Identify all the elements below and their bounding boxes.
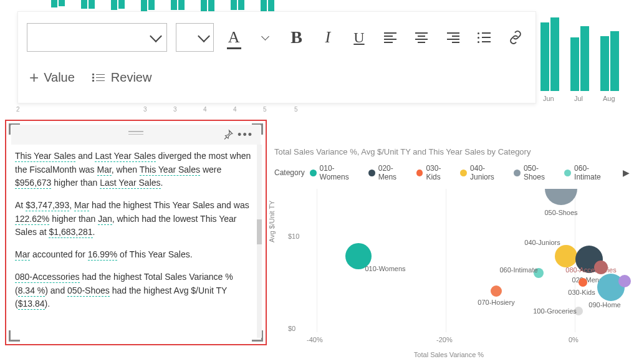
align-center-button[interactable] bbox=[410, 25, 433, 50]
x-axis-label: Total Sales Variance % bbox=[414, 351, 484, 358]
bubble-chart[interactable]: Total Sales Variance %, Avg $/Unit TY an… bbox=[274, 147, 630, 354]
underline-button[interactable]: U bbox=[348, 25, 370, 50]
bold-button[interactable]: B bbox=[285, 25, 307, 50]
narrative-text[interactable]: This Year Sales and Last Year Sales dive… bbox=[6, 145, 266, 340]
italic-icon: I bbox=[325, 28, 330, 47]
font-family-select[interactable] bbox=[27, 23, 167, 52]
pin-icon[interactable] bbox=[223, 129, 234, 140]
font-color-button[interactable]: A bbox=[223, 25, 245, 50]
narrative-paragraph: Mar accounted for 16.99% of This Year Sa… bbox=[15, 248, 254, 262]
y-axis-label: Avg $/Unit TY bbox=[268, 201, 276, 242]
font-color-dropdown[interactable] bbox=[254, 25, 276, 50]
month-label: Jun bbox=[543, 95, 554, 102]
month-label: Jul bbox=[574, 95, 583, 102]
link-icon bbox=[507, 29, 524, 46]
chart-plot-area[interactable]: Avg $/Unit TY Total Sales Variance % $10… bbox=[274, 189, 623, 346]
add-value-button[interactable]: + Value bbox=[29, 68, 75, 87]
hyperlink-button[interactable] bbox=[504, 25, 527, 50]
bubble-label: 050-Shoes bbox=[544, 209, 577, 216]
bubble-030-kids[interactable] bbox=[579, 278, 587, 287]
month-label: Aug bbox=[603, 95, 615, 102]
legend-label: Category bbox=[274, 168, 305, 177]
bubble-label: 060-Intimate bbox=[499, 266, 537, 274]
bold-icon: B bbox=[291, 27, 302, 47]
x-tick: -20% bbox=[436, 336, 453, 343]
legend-swatch bbox=[514, 170, 521, 176]
bubble-label: 010-Womens bbox=[365, 265, 405, 272]
bullet-list-button[interactable] bbox=[473, 25, 496, 50]
italic-button[interactable]: I bbox=[317, 25, 339, 50]
bubble-040-juniors[interactable] bbox=[555, 245, 577, 267]
bubble-label: 100-Groceries bbox=[533, 307, 577, 315]
legend-swatch bbox=[564, 170, 571, 176]
bubble-misc[interactable] bbox=[618, 275, 631, 287]
legend-item[interactable]: 060-Intimate bbox=[564, 164, 615, 181]
narrative-paragraph: 080-Accessories had the highest Total Sa… bbox=[15, 271, 254, 311]
chart-legend: Category 010-Womens 020-Mens 030-Kids 04… bbox=[274, 164, 630, 181]
plus-icon: + bbox=[29, 68, 39, 87]
align-right-button[interactable] bbox=[441, 25, 464, 50]
align-right-icon bbox=[447, 32, 459, 43]
bubble-070-hosiery[interactable] bbox=[491, 285, 502, 297]
chevron-down-icon bbox=[198, 30, 210, 42]
text-format-toolbar: A B I U + Value bbox=[17, 11, 536, 103]
align-left-button[interactable] bbox=[379, 25, 401, 50]
narrative-paragraph: This Year Sales and Last Year Sales dive… bbox=[15, 150, 254, 190]
chevron-down-icon bbox=[150, 30, 162, 42]
more-options-icon[interactable]: ••• bbox=[238, 132, 253, 138]
bullet-list-icon bbox=[478, 32, 491, 43]
legend-swatch bbox=[310, 170, 317, 176]
bubble-label: 040-Juniors bbox=[524, 239, 560, 246]
x-tick: 0% bbox=[569, 336, 579, 343]
legend-swatch bbox=[460, 170, 467, 176]
review-button[interactable]: Review bbox=[92, 70, 152, 85]
review-label: Review bbox=[111, 70, 152, 85]
align-left-icon bbox=[384, 32, 396, 43]
y-tick: $10 bbox=[288, 232, 299, 240]
font-size-select[interactable] bbox=[176, 23, 214, 52]
align-center-icon bbox=[415, 32, 428, 43]
scrollbar-thumb[interactable] bbox=[257, 219, 262, 244]
drag-handle-icon[interactable] bbox=[128, 131, 143, 135]
bubble-label: 030-Kids bbox=[568, 289, 595, 296]
underline-icon: U bbox=[353, 29, 364, 46]
legend-swatch bbox=[368, 170, 375, 176]
font-color-icon: A bbox=[228, 28, 240, 47]
chart-title: Total Sales Variance %, Avg $/Unit TY an… bbox=[274, 147, 630, 156]
chevron-down-icon bbox=[261, 32, 269, 41]
x-tick: -40% bbox=[307, 336, 323, 343]
legend-item[interactable]: 030-Kids bbox=[416, 164, 456, 181]
legend-item[interactable]: 010-Womens bbox=[310, 164, 363, 181]
bubble-label: 080-Accessories bbox=[565, 266, 616, 274]
value-label: Value bbox=[44, 70, 75, 85]
legend-item[interactable]: 040-Juniors bbox=[460, 164, 509, 181]
legend-scroll-right-icon[interactable]: ▶ bbox=[623, 168, 630, 178]
legend-swatch bbox=[416, 170, 423, 176]
bubble-050-shoes[interactable] bbox=[545, 189, 577, 205]
visual-header: ••• bbox=[11, 125, 261, 145]
y-tick: $0 bbox=[288, 325, 295, 332]
bubble-label: 070-Hosiery bbox=[478, 299, 514, 306]
narrative-paragraph: At $3,747,393, Mar had the highest This … bbox=[15, 199, 254, 239]
smart-narrative-visual[interactable]: ••• This Year Sales and Last Year Sales … bbox=[5, 120, 267, 345]
legend-item[interactable]: 050-Shoes bbox=[514, 164, 559, 181]
legend-item[interactable]: 020-Mens bbox=[368, 164, 411, 181]
bubble-label: 090-Home bbox=[588, 301, 620, 309]
scrollbar[interactable] bbox=[257, 145, 262, 338]
review-icon bbox=[92, 74, 105, 82]
